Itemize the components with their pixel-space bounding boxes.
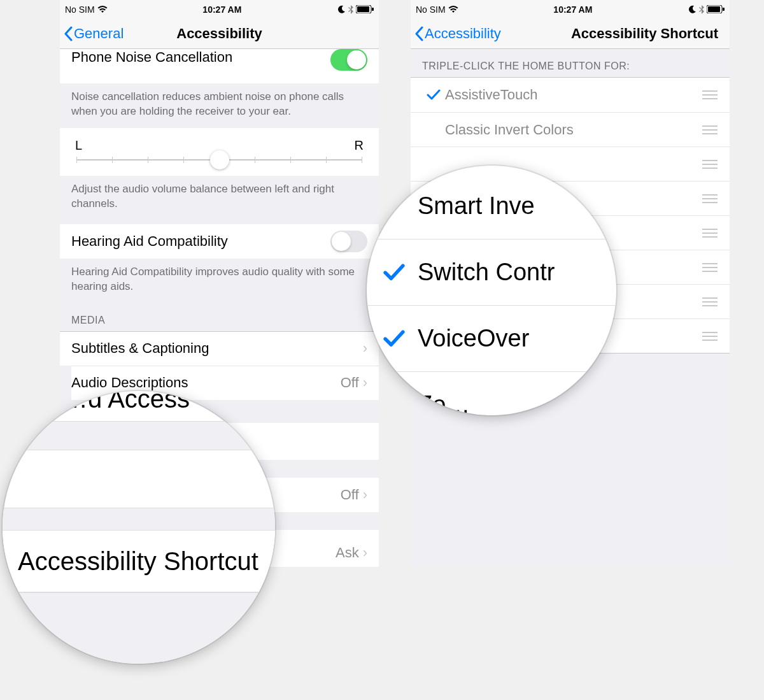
page-title: Accessibility Shortcut	[571, 25, 718, 42]
drag-handle-icon[interactable]	[702, 125, 718, 134]
wifi-icon	[97, 6, 108, 13]
hearing-aid-label: Hearing Aid Compatibility	[71, 233, 330, 250]
status-time: 10:27 AM	[553, 4, 592, 15]
chevron-right-icon: ›	[363, 487, 367, 503]
audio-desc-value: Off	[341, 375, 359, 391]
hearing-footer: Hearing Aid Compatibility improves audio…	[60, 259, 379, 303]
chevron-right-icon: ›	[363, 545, 367, 561]
balance-slider[interactable]	[76, 159, 362, 161]
mag-shortcut-label: Accessibility Shortcut	[18, 547, 258, 576]
status-bar: No SIM 10:27 AM	[60, 0, 379, 18]
mag-shortcut-row[interactable]: VoiceOver	[367, 306, 616, 372]
page-title: Accessibility	[176, 25, 262, 42]
battery-icon	[707, 5, 725, 13]
shortcut-row[interactable]: Classic Invert Colors	[411, 112, 730, 146]
back-button[interactable]: Accessibility	[411, 25, 501, 42]
row-ask-value: Ask	[336, 545, 359, 561]
audio-desc-label: Audio Descriptions	[71, 375, 341, 391]
hearing-aid-switch[interactable]	[330, 231, 367, 252]
back-button[interactable]: General	[60, 25, 124, 42]
chevron-right-icon: ›	[363, 340, 367, 357]
subtitles-label: Subtitles & Captioning	[71, 340, 363, 357]
mag-item-label: Switch Contr	[418, 259, 600, 286]
magnifier-right: Smart InveSwitch ContrVoiceOverZo…	[367, 166, 616, 415]
phone-noise-cancel-label: Phone Noise Cancellation	[71, 49, 330, 66]
balance-l-label: L	[75, 138, 82, 153]
shortcut-row[interactable]: AssistiveTouch	[411, 78, 730, 112]
mag-shortcut-row[interactable]: Accessibility Shortcut	[3, 530, 275, 592]
balance-thumb[interactable]	[210, 150, 229, 169]
check-icon	[383, 197, 418, 215]
balance-footer: Adjust the audio volume balance between …	[60, 176, 379, 220]
mag-shortcut-row[interactable]: Switch Contr	[367, 239, 616, 306]
dnd-icon	[337, 5, 346, 14]
carrier-text: No SIM	[416, 4, 446, 15]
media-header: MEDIA	[60, 303, 379, 331]
check-icon	[422, 89, 445, 101]
back-label: General	[74, 25, 124, 42]
drag-handle-icon[interactable]	[702, 90, 718, 99]
bluetooth-icon	[699, 5, 704, 14]
mag-hidden-row[interactable]	[3, 450, 275, 508]
carrier-text: No SIM	[65, 4, 95, 15]
check-icon	[383, 264, 418, 282]
hearing-aid-row[interactable]: Hearing Aid Compatibility	[60, 224, 379, 259]
drag-handle-icon[interactable]	[702, 194, 718, 203]
magnifier-left: …d Access Accessibility Shortcut	[3, 391, 275, 664]
wifi-icon	[448, 6, 458, 13]
phone-noise-cancel-row[interactable]: Phone Noise Cancellation	[60, 49, 379, 83]
dnd-icon	[688, 5, 697, 14]
drag-handle-icon[interactable]	[702, 160, 718, 169]
svg-rect-5	[723, 8, 725, 11]
mag-item-label: VoiceOver	[418, 325, 600, 352]
nav-bar-right: Accessibility Accessibility Shortcut	[411, 18, 730, 49]
check-icon	[383, 330, 418, 348]
balance-r-label: R	[355, 138, 364, 153]
back-label: Accessibility	[425, 25, 501, 42]
subtitles-row[interactable]: Subtitles & Captioning ›	[60, 331, 379, 366]
drag-handle-icon[interactable]	[702, 229, 718, 238]
drag-handle-icon[interactable]	[702, 332, 718, 341]
shortcut-label: Classic Invert Colors	[445, 122, 702, 138]
battery-icon	[356, 5, 374, 13]
shortcut-header: TRIPLE-CLICK THE HOME BUTTON FOR:	[411, 49, 730, 77]
drag-handle-icon[interactable]	[702, 297, 718, 306]
svg-rect-4	[708, 6, 720, 12]
chevron-right-icon: ›	[363, 375, 367, 391]
bluetooth-icon	[348, 5, 353, 14]
svg-rect-2	[372, 8, 374, 11]
status-time: 10:27 AM	[202, 4, 241, 15]
shortcut-label: AssistiveTouch	[445, 87, 702, 103]
phone-noise-switch[interactable]	[330, 49, 367, 71]
balance-slider-cell: L R	[60, 128, 379, 176]
mag-item-label: Smart Inve	[418, 192, 600, 220]
status-bar: No SIM 10:27 AM	[411, 0, 730, 18]
svg-rect-1	[357, 6, 369, 12]
drag-handle-icon[interactable]	[702, 263, 718, 272]
noise-footer: Noise cancellation reduces ambient noise…	[60, 83, 379, 128]
row-off-value: Off	[341, 487, 359, 503]
nav-bar-left: General Accessibility	[60, 18, 379, 49]
